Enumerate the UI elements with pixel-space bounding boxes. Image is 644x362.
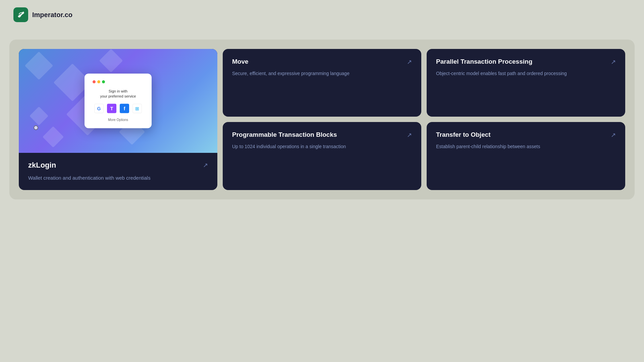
zk-card-content: zkLogin ↗ Wallet creation and authentica…	[19, 153, 217, 190]
shape-3	[99, 49, 123, 72]
dot-yellow	[97, 80, 100, 83]
logo-icon	[16, 10, 25, 19]
zk-external-link-icon[interactable]: ↗	[203, 162, 208, 169]
modal-more-options: More Options	[93, 118, 144, 121]
ptb-external-link-icon[interactable]: ↗	[407, 131, 412, 139]
parallel-card-title: Parallel Transaction Processing	[436, 58, 532, 66]
transfer-card-title: Transfer to Object	[436, 131, 491, 139]
facebook-icon: f	[120, 104, 129, 113]
zk-card-desc: Wallet creation and authentication with …	[28, 174, 208, 182]
transfer-card-desc: Establish parent-child relationship betw…	[436, 143, 616, 150]
google-icon: G	[94, 104, 104, 113]
ptb-card-desc: Up to 1024 individual operations in a si…	[232, 143, 412, 150]
card-ptb[interactable]: Programmable Transaction Blocks ↗ Up to …	[223, 122, 421, 190]
microsoft-icon: ⊞	[132, 104, 142, 113]
transfer-card-header: Transfer to Object ↗	[436, 131, 616, 139]
parallel-card-header: Parallel Transaction Processing ↗	[436, 58, 616, 66]
brand-name: Imperator.co	[32, 11, 72, 19]
card-transfer[interactable]: Transfer to Object ↗ Establish parent-ch…	[427, 122, 625, 190]
parallel-card-desc: Object-centric model enables fast path a…	[436, 70, 616, 77]
twitch-icon: T	[107, 104, 116, 113]
parallel-external-link-icon[interactable]: ↗	[611, 58, 616, 66]
card-parallel[interactable]: Parallel Transaction Processing ↗ Object…	[427, 49, 625, 117]
modal-icons: G T f ⊞	[93, 104, 144, 113]
card-move[interactable]: Move ↗ Secure, efficient, and expressive…	[223, 49, 421, 117]
logo-box[interactable]	[13, 7, 28, 22]
modal-title: Sign in with your preferred service	[93, 89, 144, 99]
card-zk[interactable]: Sign in with your preferred service G T …	[19, 49, 217, 190]
header: Imperator.co	[0, 0, 644, 29]
dot-red	[93, 80, 96, 83]
modal-dots	[93, 80, 144, 83]
transfer-external-link-icon[interactable]: ↗	[611, 131, 616, 139]
main-container: Sign in with your preferred service G T …	[9, 40, 635, 199]
move-external-link-icon[interactable]: ↗	[407, 58, 412, 66]
move-card-desc: Secure, efficient, and expressive progra…	[232, 70, 412, 77]
signin-modal: Sign in with your preferred service G T …	[85, 74, 152, 128]
zk-card-title: zkLogin	[28, 161, 56, 170]
move-card-header: Move ↗	[232, 58, 412, 66]
svg-point-0	[23, 12, 24, 13]
cards-grid: Sign in with your preferred service G T …	[19, 49, 625, 190]
cursor-indicator	[34, 125, 38, 130]
shape-5	[30, 107, 49, 126]
zk-card-header: zkLogin ↗	[28, 161, 208, 170]
dot-green	[102, 80, 105, 83]
ptb-card-title: Programmable Transaction Blocks	[232, 131, 337, 139]
ptb-card-header: Programmable Transaction Blocks ↗	[232, 131, 412, 139]
shape-1	[25, 52, 53, 80]
card-image: Sign in with your preferred service G T …	[19, 49, 217, 153]
move-card-title: Move	[232, 58, 249, 66]
shape-8	[43, 126, 64, 148]
